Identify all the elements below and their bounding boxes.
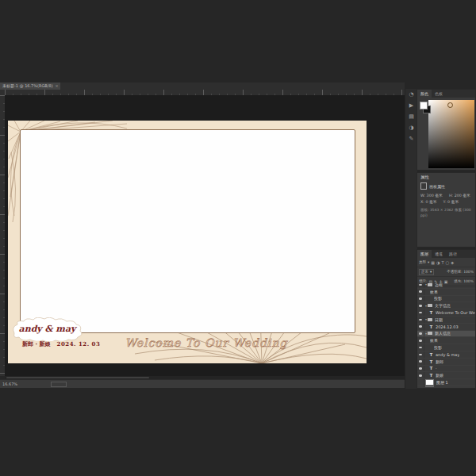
filter-kind-label[interactable]: 类型: [419, 260, 426, 264]
color-panel-tabs: 颜色 色板: [417, 90, 475, 98]
artboard-height[interactable]: H: 200 毫米: [449, 193, 470, 198]
visibility-toggle[interactable]: [417, 302, 424, 309]
filter-type-icon[interactable]: T: [441, 260, 443, 265]
adjustments-panel-icon[interactable]: ◑: [405, 122, 417, 133]
smart-object-thumbnail: [425, 386, 434, 387]
group-expand-icon[interactable]: ▾: [425, 317, 427, 321]
layer-row[interactable]: 效果: [417, 289, 475, 296]
notes-panel-icon[interactable]: ✎: [405, 133, 417, 144]
status-info-field: [51, 382, 67, 387]
visibility-toggle[interactable]: [417, 359, 424, 365]
foreground-color-swatch[interactable]: [420, 102, 428, 109]
artboard-width[interactable]: W: 300 毫米: [420, 193, 443, 198]
layer-name: Welcome To Our Wedding: [436, 310, 475, 315]
text-layer-icon: T: [428, 366, 434, 370]
filter-adjustment-icon[interactable]: ◑: [436, 260, 440, 265]
color-picker-cursor[interactable]: [447, 102, 453, 108]
layer-row[interactable]: ▾新人信息: [417, 331, 475, 338]
layer-name: 效果: [430, 290, 438, 294]
layer-row[interactable]: TWelcome To Our Wedding: [417, 309, 475, 317]
artboard-y[interactable]: Y: 0 毫米: [443, 199, 459, 204]
layer-row[interactable]: ▾日期: [417, 317, 475, 324]
filter-pixel-icon[interactable]: ▦: [431, 260, 435, 265]
group-expand-icon[interactable]: ▾: [425, 304, 427, 308]
layer-rows: ▾边框效果投影▾文字信息TWelcome To Our Wedding▾日期T2…: [417, 282, 475, 387]
folder-icon: [428, 283, 432, 286]
visibility-toggle[interactable]: [417, 366, 424, 372]
eye-icon: [419, 367, 422, 370]
layer-name: 图层 1: [436, 380, 448, 385]
history-panel-icon[interactable]: ◔: [405, 89, 417, 100]
group-expand-icon[interactable]: ▾: [425, 282, 427, 286]
close-icon[interactable]: ×: [56, 83, 59, 90]
layer-name: 投影: [434, 345, 442, 350]
folder-icon: [428, 318, 432, 321]
visibility-toggle[interactable]: [417, 296, 424, 302]
visibility-toggle[interactable]: [417, 324, 424, 330]
properties-title: 属性: [417, 173, 475, 181]
filter-smart-icon[interactable]: ◈: [451, 260, 454, 265]
visibility-toggle[interactable]: [417, 289, 424, 295]
tab-color[interactable]: 颜色: [417, 90, 432, 98]
chevron-down-icon: ▾: [430, 270, 432, 274]
visibility-toggle[interactable]: [417, 351, 424, 358]
collapsed-panel-dock: ◔▶▤◑✎: [405, 89, 417, 389]
couple-names-text: andy & may: [10, 324, 85, 334]
filter-shape-icon[interactable]: ▢: [445, 260, 449, 265]
layer-name: 文字信息: [435, 303, 451, 308]
layer-name: 新人信息: [435, 331, 451, 336]
layer-name: 投影: [434, 296, 442, 301]
scrollbar-thumb[interactable]: [6, 377, 149, 378]
layer-row[interactable]: ▾文字信息: [417, 302, 475, 309]
layers-panel-tabs: 图层 通道 路径: [417, 250, 475, 258]
layer-row[interactable]: T新娘: [417, 372, 475, 379]
canvas-viewport[interactable]: andy & may 新郎 · 新娘2024. 12. 03 Welcome T…: [5, 95, 405, 376]
photo-area: [20, 129, 355, 333]
layer-row[interactable]: T2024.12.03: [417, 324, 475, 331]
tab-paths[interactable]: 路径: [446, 250, 460, 258]
visibility-toggle[interactable]: [417, 309, 424, 316]
visibility-toggle[interactable]: [417, 386, 424, 387]
layer-row[interactable]: T·: [417, 366, 475, 373]
color-gradient-field[interactable]: [428, 100, 474, 168]
layer-row[interactable]: 投影: [417, 344, 475, 351]
actions-panel-icon[interactable]: ▶: [405, 100, 417, 111]
eye-icon: [419, 319, 422, 321]
layer-row[interactable]: T新郎: [417, 359, 475, 366]
welcome-text: Welcome To Our Wedding: [111, 336, 301, 349]
visibility-toggle[interactable]: [417, 337, 424, 344]
layer-row[interactable]: replace: [417, 386, 475, 387]
layer-row[interactable]: ▾边框: [417, 282, 475, 289]
layer-row[interactable]: 效果: [417, 337, 475, 344]
visibility-toggle[interactable]: [417, 317, 424, 323]
document-tab[interactable]: 未标题-1 @ 16.7%(RGB/8) ×: [0, 83, 60, 90]
group-expand-icon[interactable]: ▾: [425, 332, 427, 336]
layer-row[interactable]: 图层 1: [417, 379, 475, 386]
layer-row[interactable]: 投影: [417, 296, 475, 303]
tab-layers[interactable]: 图层: [417, 250, 432, 258]
visibility-toggle[interactable]: [417, 282, 424, 288]
libraries-panel-icon[interactable]: ▤: [405, 111, 417, 122]
blend-mode-select[interactable]: 正常 ▾: [419, 269, 434, 275]
artboard-x[interactable]: X: 0 毫米: [420, 199, 437, 204]
eye-icon: [419, 354, 422, 356]
visibility-toggle[interactable]: [417, 344, 424, 351]
layer-name: 新郎: [436, 359, 443, 364]
date-text: 2024. 12. 03: [57, 340, 101, 347]
opacity-control[interactable]: 不透明度: 100%: [447, 270, 474, 274]
color-panel: 颜色 色板: [416, 89, 476, 171]
tab-swatches[interactable]: 色板: [432, 90, 446, 98]
zoom-level[interactable]: 16.67%: [2, 380, 17, 388]
tab-channels[interactable]: 通道: [432, 250, 446, 258]
eye-icon: [419, 360, 422, 363]
chevron-down-icon[interactable]: ▾: [428, 260, 429, 264]
wedding-artboard[interactable]: andy & may 新郎 · 新娘2024. 12. 03 Welcome T…: [8, 121, 367, 363]
visibility-toggle[interactable]: [417, 331, 424, 337]
folder-icon: [428, 304, 432, 307]
layer-row[interactable]: Tandy & may: [417, 351, 475, 359]
status-bar: 16.67%: [0, 379, 405, 388]
visibility-toggle[interactable]: [417, 372, 424, 378]
visibility-toggle[interactable]: [417, 379, 424, 386]
layer-name: 日期: [435, 317, 443, 322]
layer-name: 边框: [435, 282, 443, 287]
